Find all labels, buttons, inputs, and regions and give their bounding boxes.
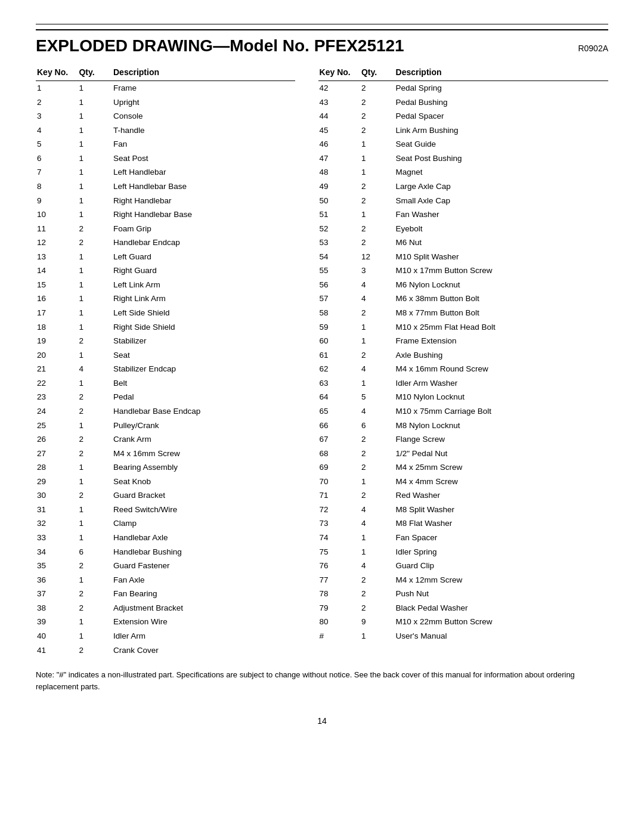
left-keyno: 41: [36, 643, 78, 658]
left-keyno: 23: [36, 390, 78, 404]
left-qty: 1: [78, 278, 112, 292]
left-qty: 2: [78, 334, 112, 348]
right-keyno: 42: [318, 81, 360, 95]
right-qty: 2: [360, 601, 395, 615]
left-qty: 1: [78, 516, 112, 531]
right-keyno: 45: [318, 123, 360, 138]
right-qty: 5: [360, 390, 395, 404]
right-qty: 4: [360, 559, 395, 573]
page-header: EXPLODED DRAWING—Model No. PFEX25121 R09…: [36, 29, 608, 55]
left-qty: 2: [78, 222, 112, 236]
table-row: 10 1 Right Handlebar Base 51 1 Fan Washe…: [36, 208, 608, 222]
left-qty: 1: [78, 475, 112, 489]
table-row: 35 2 Guard Fastener 76 4 Guard Clip: [36, 559, 608, 573]
left-description: Right Side Shield: [112, 320, 295, 335]
col-header-keyno2: Key No.: [318, 66, 360, 81]
left-qty: 1: [78, 503, 112, 517]
left-keyno: 22: [36, 376, 78, 391]
right-qty: 4: [360, 503, 395, 517]
right-description: M4 x 12mm Screw: [395, 573, 608, 587]
left-description: Fan Bearing: [112, 587, 295, 601]
left-description: Right Guard: [112, 264, 295, 278]
table-row: 29 1 Seat Knob 70 1 M4 x 4mm Screw: [36, 475, 608, 489]
right-description: Small Axle Cap: [395, 194, 608, 208]
right-description: M10 x 17mm Button Screw: [395, 264, 608, 278]
left-description: Pulley/Crank: [112, 419, 295, 433]
left-keyno: 1: [36, 81, 78, 95]
left-qty: 1: [78, 348, 112, 363]
right-qty: 1: [360, 545, 395, 559]
right-qty: 2: [360, 222, 395, 236]
left-description: Belt: [112, 376, 295, 391]
right-description: 1/2" Pedal Nut: [395, 447, 608, 461]
right-qty: 4: [360, 404, 395, 419]
right-keyno: 58: [318, 306, 360, 320]
table-row: 14 1 Right Guard 55 3 M10 x 17mm Button …: [36, 264, 608, 278]
left-keyno: 13: [36, 250, 78, 264]
left-description: Stabilizer: [112, 334, 295, 348]
table-row: 32 1 Clamp 73 4 M8 Flat Washer: [36, 516, 608, 531]
right-qty: 1: [360, 137, 395, 151]
right-description: M10 Nylon Locknut: [395, 390, 608, 404]
right-qty: 2: [360, 488, 395, 503]
right-qty: 4: [360, 516, 395, 531]
right-keyno: 63: [318, 376, 360, 391]
right-qty: 2: [360, 123, 395, 138]
left-keyno: 19: [36, 334, 78, 348]
col-header-qty: Qty.: [78, 66, 112, 81]
left-keyno: 31: [36, 503, 78, 517]
left-description: Right Link Arm: [112, 292, 295, 306]
left-keyno: 8: [36, 179, 78, 194]
right-description: Red Washer: [395, 488, 608, 503]
right-description: M6 Nut: [395, 236, 608, 250]
right-keyno: 55: [318, 264, 360, 278]
table-row: 11 2 Foam Grip 52 2 Eyebolt: [36, 222, 608, 236]
table-row: 39 1 Extension Wire 80 9 M10 x 22mm Butt…: [36, 615, 608, 629]
table-row: 34 6 Handlebar Bushing 75 1 Idler Spring: [36, 545, 608, 559]
left-description: Handlebar Endcap: [112, 236, 295, 250]
left-qty: 1: [78, 137, 112, 151]
left-description: Idler Arm: [112, 629, 295, 643]
left-keyno: 3: [36, 109, 78, 123]
right-qty: 4: [360, 278, 395, 292]
left-qty: 1: [78, 531, 112, 545]
right-qty: 3: [360, 264, 395, 278]
table-row: 17 1 Left Side Shield 58 2 M8 x 77mm But…: [36, 306, 608, 320]
top-divider: [36, 24, 608, 24]
left-description: Seat Knob: [112, 475, 295, 489]
right-keyno: 59: [318, 320, 360, 335]
table-row: 30 2 Guard Bracket 71 2 Red Washer: [36, 488, 608, 503]
right-qty: [360, 643, 395, 658]
table-row: 19 2 Stabilizer 60 1 Frame Extension: [36, 334, 608, 348]
left-description: Left Link Arm: [112, 278, 295, 292]
right-qty: 2: [360, 348, 395, 363]
right-qty: 1: [360, 320, 395, 335]
table-row: 3 1 Console 44 2 Pedal Spacer: [36, 109, 608, 123]
table-row: 16 1 Right Link Arm 57 4 M6 x 38mm Butto…: [36, 292, 608, 306]
right-description: [395, 643, 608, 658]
right-qty: 1: [360, 629, 395, 643]
left-keyno: 6: [36, 151, 78, 166]
table-row: 6 1 Seat Post 47 1 Seat Post Bushing: [36, 151, 608, 166]
right-description: Seat Guide: [395, 137, 608, 151]
right-keyno: [318, 643, 360, 658]
left-keyno: 2: [36, 95, 78, 110]
left-keyno: 32: [36, 516, 78, 531]
right-keyno: 67: [318, 432, 360, 447]
table-row: 24 2 Handlebar Base Endcap 65 4 M10 x 75…: [36, 404, 608, 419]
right-keyno: 78: [318, 587, 360, 601]
left-keyno: 37: [36, 587, 78, 601]
left-qty: 1: [78, 419, 112, 433]
table-row: 22 1 Belt 63 1 Idler Arm Washer: [36, 376, 608, 391]
left-description: Left Handlebar Base: [112, 179, 295, 194]
table-row: 13 1 Left Guard 54 12 M10 Split Washer: [36, 250, 608, 264]
page-number: 14: [36, 716, 608, 726]
table-row: 27 2 M4 x 16mm Screw 68 2 1/2" Pedal Nut: [36, 447, 608, 461]
left-qty: 1: [78, 376, 112, 391]
right-description: M10 Split Washer: [395, 250, 608, 264]
right-qty: 2: [360, 109, 395, 123]
right-description: Link Arm Bushing: [395, 123, 608, 138]
left-description: Handlebar Axle: [112, 531, 295, 545]
right-description: Frame Extension: [395, 334, 608, 348]
left-qty: 1: [78, 306, 112, 320]
